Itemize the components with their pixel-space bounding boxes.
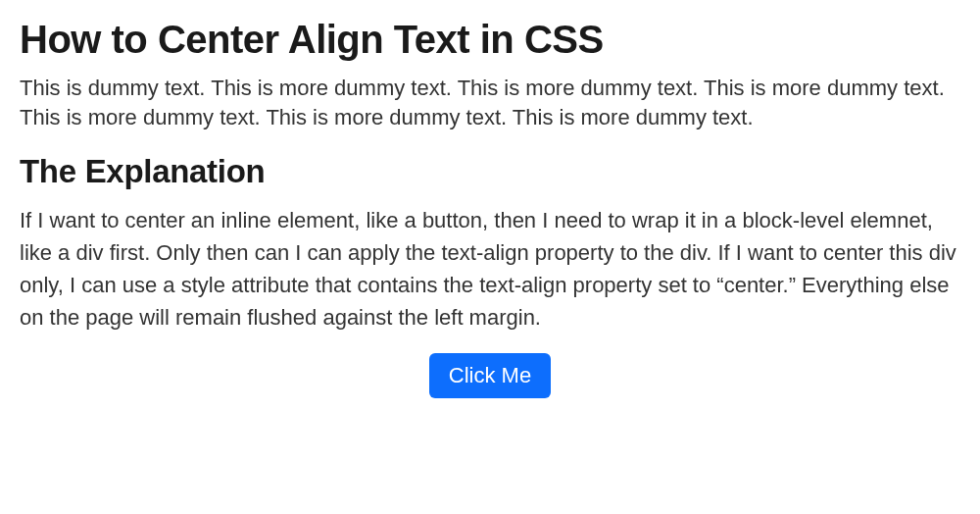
page-title: How to Center Align Text in CSS: [20, 18, 960, 62]
section-heading: The Explanation: [20, 153, 960, 190]
explanation-paragraph: If I want to center an inline element, l…: [20, 204, 960, 334]
intro-paragraph: This is dummy text. This is more dummy t…: [20, 74, 960, 131]
click-me-button[interactable]: Click Me: [429, 353, 551, 398]
button-container: Click Me: [20, 353, 960, 398]
